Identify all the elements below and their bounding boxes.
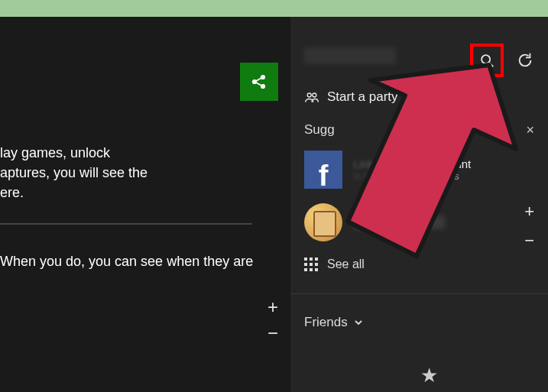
svg-line-4 — [256, 83, 261, 86]
beta-badge: beta — [406, 92, 422, 102]
share-icon — [250, 73, 268, 91]
remove-suggestion-button[interactable]: − — [524, 231, 534, 251]
search-icon — [478, 52, 495, 69]
facebook-link-item[interactable]: f Link Facebook account to find Facebook… — [304, 151, 471, 189]
activity-feed-pane: lay games, unlock aptures, you will see … — [0, 17, 290, 392]
svg-line-6 — [489, 63, 494, 67]
gamertag-redacted — [304, 47, 396, 64]
avatar — [304, 203, 342, 241]
svg-point-5 — [482, 55, 490, 63]
party-icon — [304, 91, 319, 103]
friends-section-toggle[interactable]: Friends — [304, 315, 363, 330]
refresh-button[interactable] — [510, 45, 540, 76]
svg-point-1 — [261, 76, 264, 79]
suggested-friend-name-redacted — [353, 215, 445, 229]
see-all-label: See all — [327, 258, 365, 271]
left-divider — [0, 223, 252, 225]
suggestions-heading: Sugg — [304, 122, 335, 138]
favorite-star-icon[interactable]: ★ — [420, 364, 438, 387]
feed-intro-text: lay games, unlock aptures, you will see … — [0, 143, 191, 202]
svg-point-2 — [261, 85, 264, 88]
svg-point-7 — [307, 93, 311, 97]
grid-icon — [304, 258, 318, 271]
search-button-highlighted[interactable] — [470, 44, 504, 77]
svg-point-0 — [253, 80, 256, 83]
friends-label: Friends — [304, 315, 348, 330]
close-suggestions-button[interactable]: × — [526, 122, 534, 138]
chevron-down-icon — [354, 318, 363, 327]
top-icon-row — [470, 44, 540, 77]
share-button[interactable] — [240, 63, 278, 101]
svg-line-3 — [256, 78, 261, 81]
see-all-button[interactable]: See all — [304, 258, 365, 271]
feed-secondary-text: When you do, you can see when they are — [0, 254, 290, 270]
right-divider — [290, 293, 548, 294]
facebook-link-text: Link Facebook account to find Facebook f… — [353, 157, 471, 182]
friends-pane: Start a party beta Sugg × f Link Faceboo… — [290, 17, 548, 392]
add-friend-button[interactable]: + — [524, 202, 534, 222]
feed-remove-button[interactable]: − — [268, 324, 278, 342]
start-party-button[interactable]: Start a party beta — [304, 89, 422, 105]
start-party-label: Start a party — [327, 89, 398, 105]
xbox-app-window: lay games, unlock aptures, you will see … — [0, 17, 548, 392]
suggested-friend-item[interactable] — [304, 203, 445, 241]
refresh-icon — [517, 52, 533, 69]
friend-action-column: + − — [524, 202, 534, 251]
facebook-icon: f — [304, 151, 342, 189]
svg-point-8 — [313, 93, 316, 97]
feed-add-button[interactable]: + — [268, 298, 278, 316]
